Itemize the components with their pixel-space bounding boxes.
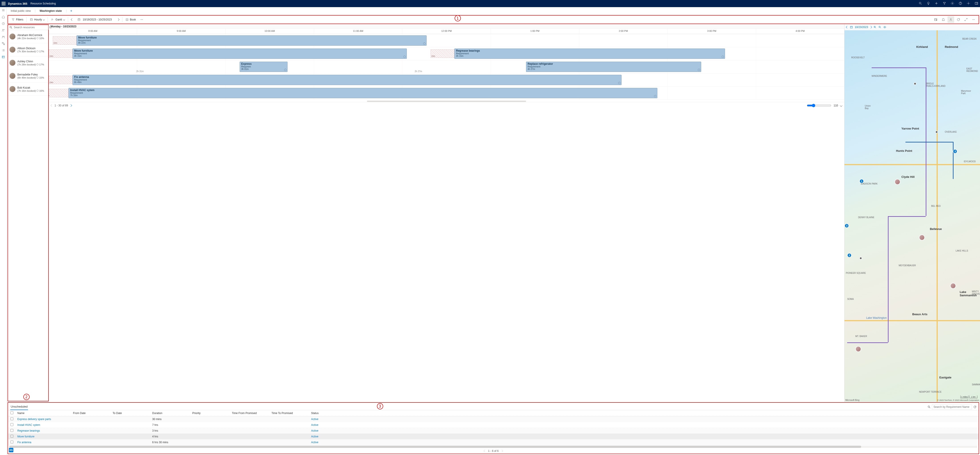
status-link[interactable]: Active xyxy=(311,429,318,432)
row-checkbox[interactable] xyxy=(10,423,13,426)
next-range-button[interactable] xyxy=(116,17,121,22)
lightbulb-icon[interactable] xyxy=(927,2,930,6)
status-link[interactable]: Active xyxy=(311,418,318,421)
requirement-row[interactable]: Express delivery spare parts30 minsActiv… xyxy=(8,416,978,422)
map-canvas[interactable]: Kirkland Redmond Bellevue Yarrow Point H… xyxy=(845,30,980,402)
help-icon[interactable] xyxy=(959,2,962,6)
add-icon[interactable] xyxy=(935,2,938,6)
visibility-icon[interactable] xyxy=(883,25,886,29)
requirement-row[interactable]: Install HVAC sytem7 hrsActive xyxy=(8,422,978,428)
view-tab-current[interactable]: Washington state xyxy=(38,8,64,13)
tab-unscheduled[interactable]: Unscheduled xyxy=(10,404,28,410)
schedule-board-icon[interactable] xyxy=(2,55,5,59)
zoom-out-icon[interactable] xyxy=(878,25,881,29)
panel-icon[interactable] xyxy=(975,2,978,6)
col-priority[interactable]: Priority xyxy=(191,412,230,415)
refresh-icon[interactable] xyxy=(973,406,977,409)
org-icon[interactable] xyxy=(2,42,5,45)
resource-search[interactable] xyxy=(8,25,49,30)
booking-block[interactable]: Install HVAC sytemRequirement7h 16m xyxy=(68,88,657,98)
zoom-dropdown[interactable] xyxy=(840,104,842,107)
select-all-checkbox[interactable] xyxy=(10,411,13,414)
list-icon[interactable] xyxy=(2,49,5,52)
gantt-dropdown[interactable]: Gantt xyxy=(49,17,66,22)
requirement-row[interactable]: Fix antenna6 hrs 30 minsActive xyxy=(8,439,978,445)
recent-icon[interactable] xyxy=(2,22,5,25)
map-next-day[interactable] xyxy=(869,26,872,28)
status-link[interactable]: Active xyxy=(311,441,318,444)
map-pin-3[interactable]: 3 xyxy=(845,223,849,228)
col-ttp[interactable]: Time To Promised xyxy=(270,412,309,415)
resource-row[interactable]: Ashley Chinn(7h 28m booked) 17% xyxy=(8,56,48,70)
add-view-button[interactable]: + xyxy=(69,9,74,13)
expand-icon[interactable] xyxy=(963,16,969,23)
team-icon[interactable] xyxy=(2,35,5,39)
col-status[interactable]: Status xyxy=(309,412,336,415)
col-duration[interactable]: Duration xyxy=(150,412,191,415)
col-name[interactable]: Name xyxy=(16,412,71,415)
status-link[interactable]: Active xyxy=(311,435,318,438)
resource-row[interactable]: Bernadette Foley(6h 49m booked) 15% xyxy=(8,70,48,83)
requirement-row[interactable]: Move furniture4 hrsActive xyxy=(8,434,978,439)
map-resource-pin[interactable] xyxy=(894,179,900,185)
more-button[interactable]: ⋯ xyxy=(138,17,145,22)
prev-range-button[interactable] xyxy=(69,17,75,22)
zoom-in-icon[interactable] xyxy=(873,25,877,29)
col-to-date[interactable]: To Date xyxy=(111,412,150,415)
zoom-slider[interactable] xyxy=(807,104,831,107)
map-pin-4[interactable]: 3 xyxy=(953,149,957,154)
requirement-link[interactable]: Express delivery spare parts xyxy=(18,418,51,421)
pager-prev[interactable] xyxy=(51,104,53,107)
view-settings-icon[interactable] xyxy=(932,16,939,23)
map-pin-1[interactable]: 1 xyxy=(859,179,864,183)
map-resource-pin[interactable] xyxy=(950,283,956,289)
map-toggle-icon[interactable] xyxy=(948,16,954,23)
requirement-link[interactable]: Regrease bearings xyxy=(18,429,40,432)
home-icon[interactable] xyxy=(2,15,5,19)
people-icon[interactable] xyxy=(2,29,5,32)
map-resource-pin[interactable] xyxy=(919,235,925,240)
hourly-dropdown[interactable]: Hourly xyxy=(28,17,46,22)
resource-row[interactable]: Allison Dickson(7h 30m booked) 17% xyxy=(8,43,48,56)
grid-h-scrollbar[interactable] xyxy=(10,445,977,448)
row-checkbox[interactable] xyxy=(10,429,13,432)
requirement-row[interactable]: Regrease bearings3 hrsActive xyxy=(8,428,978,434)
date-range-picker[interactable]: 10/19/2023 - 10/25/2023 xyxy=(76,17,115,22)
booking-block[interactable]: ExpressRequirem3h 01m xyxy=(240,62,288,72)
map-pin-2[interactable]: 2 xyxy=(847,253,851,258)
requirement-link[interactable]: Install HVAC sytem xyxy=(18,423,40,426)
requirement-search-input[interactable] xyxy=(932,404,972,409)
resource-search-input[interactable] xyxy=(14,26,47,29)
map-date[interactable]: 10/23/2023 xyxy=(855,25,868,29)
view-tab-initial[interactable]: Initial public view xyxy=(9,8,32,13)
req-pager-prev[interactable] xyxy=(484,450,486,452)
row-checkbox[interactable] xyxy=(10,417,13,420)
settings-icon[interactable] xyxy=(951,2,954,6)
booking-block[interactable]: Move furnitureRequirement4h 15m xyxy=(73,49,407,59)
pager-next[interactable] xyxy=(69,104,72,107)
book-button[interactable]: Book xyxy=(124,17,138,22)
menu-icon[interactable] xyxy=(2,8,5,12)
app-launcher-icon[interactable] xyxy=(2,2,5,5)
req-pager-next[interactable] xyxy=(500,450,503,452)
map-resource-pin[interactable] xyxy=(855,346,861,352)
filter-icon[interactable] xyxy=(943,2,946,6)
booking-block[interactable]: Regrease bearingsRequirement3h 15m xyxy=(454,49,725,59)
filters-button[interactable]: Filters xyxy=(10,17,25,22)
row-checkbox[interactable] xyxy=(10,435,13,438)
map-prev-day[interactable] xyxy=(846,26,848,28)
refresh-icon[interactable] xyxy=(955,16,962,23)
col-tfp[interactable]: Time From Promised xyxy=(230,412,270,415)
resource-row[interactable]: Abraham McCormick(4h 22m booked) 10% xyxy=(8,30,48,43)
resource-row[interactable]: Bob Kozak(7h 16m booked) 16% xyxy=(8,83,48,96)
col-from-date[interactable]: From Date xyxy=(71,412,111,415)
diagnostics-icon[interactable] xyxy=(967,2,970,6)
row-checkbox[interactable] xyxy=(10,441,13,444)
requirement-link[interactable]: Fix antenna xyxy=(18,441,31,444)
search-icon[interactable] xyxy=(919,2,922,6)
booking-block[interactable]: Fix antennaRequirement6h 49m xyxy=(73,75,622,85)
overflow-icon[interactable]: ⋯ xyxy=(970,16,977,23)
booking-block[interactable]: Replace refrigeratorRequirement4h 27m xyxy=(526,62,701,72)
status-link[interactable]: Active xyxy=(311,423,318,426)
alerts-icon[interactable] xyxy=(940,16,947,23)
